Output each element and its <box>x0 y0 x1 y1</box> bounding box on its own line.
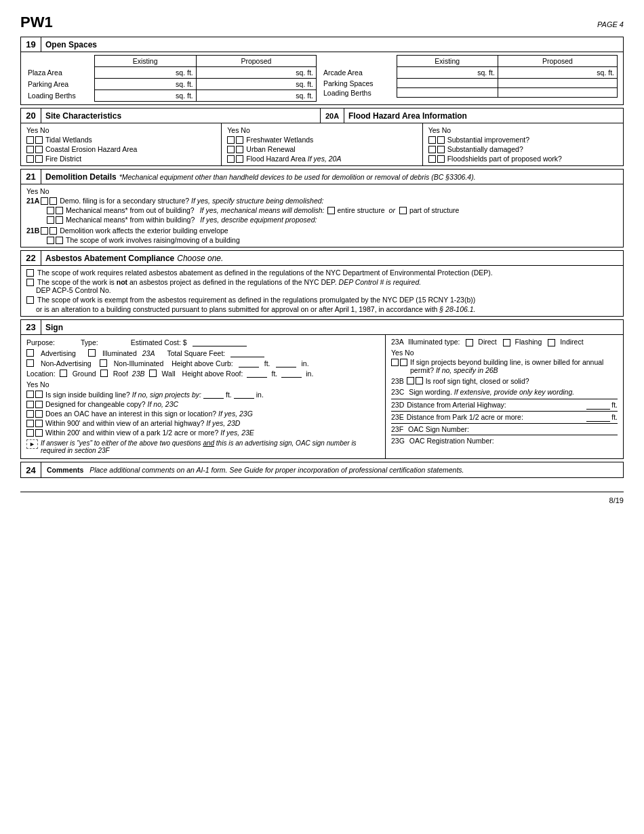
s23-estimated-input[interactable] <box>193 338 247 346</box>
s22-dep-label: DEP ACP-5 Control No. <box>36 286 111 294</box>
s23-illuminated-id: 23A <box>142 349 155 357</box>
s23-yes-no-label: Yes No <box>26 380 49 389</box>
s23-inside-yes-cb[interactable] <box>26 391 34 398</box>
s21-entire-cb[interactable] <box>327 207 335 214</box>
s23-illuminated-label: Illuminated <box>102 349 137 357</box>
s23-oac-yes-cb[interactable] <box>26 410 34 418</box>
s23-changeable-yes-cb[interactable] <box>26 401 34 408</box>
section-20a-num: 20A <box>321 108 344 123</box>
s21a-yes-cb[interactable] <box>41 197 48 205</box>
s23-inside-ft-input[interactable] <box>203 390 224 399</box>
s20-coastal-label: Coastal Erosion Hazard Area <box>45 145 137 153</box>
s19-right-existing-header: Existing <box>397 56 498 67</box>
s23-changeable-no-cb[interactable] <box>35 401 43 408</box>
s20-urban-no-cb[interactable] <box>236 146 243 153</box>
s23-roof-ft-input[interactable] <box>247 369 267 378</box>
s21-mech-in-yes-cb[interactable] <box>47 216 54 224</box>
section-20a-title: Flood Hazard Area Information <box>344 108 623 123</box>
s20-fresh-label: Freshwater Wetlands <box>246 136 313 144</box>
s21-mech-in-no-cb[interactable] <box>56 216 63 224</box>
s20-fresh-no-cb[interactable] <box>236 136 243 144</box>
s23-wall-cb[interactable] <box>149 370 157 377</box>
s23-non-advertising-cb[interactable] <box>26 359 34 367</box>
s23-inside-in-label: in. <box>256 391 264 399</box>
s20a-substantial-no-cb[interactable] <box>437 136 445 144</box>
s19-plaza-existing: sq. ft. <box>94 67 196 79</box>
s20-tidal-yes-cb[interactable] <box>26 136 34 144</box>
s21b-id: 21B <box>26 226 39 235</box>
s23-non-illuminated-cb[interactable] <box>100 359 107 367</box>
s20-coastal-no-cb[interactable] <box>35 146 43 153</box>
page-header: PW1 PAGE 4 <box>20 14 624 31</box>
s23-inside-in-input[interactable] <box>234 390 254 399</box>
s23-inside-no-cb[interactable] <box>35 391 43 398</box>
s23-oac-no-cb[interactable] <box>35 410 43 418</box>
s20a-damaged-yes-cb[interactable] <box>428 146 436 153</box>
s20a-damaged-no-cb[interactable] <box>437 146 445 153</box>
s21-title-note: *Mechanical equipment other than handhel… <box>119 173 476 181</box>
s23-type-label: Type: <box>81 338 98 346</box>
section-24: 24 Comments Place additional comments on… <box>20 462 624 478</box>
s20-urban-yes-cb[interactable] <box>227 146 235 153</box>
s21b-no-cb[interactable] <box>49 227 57 235</box>
s20a-yes-no-label: Yes No <box>428 126 451 134</box>
s23-roof-ft-label: ft. <box>271 370 277 378</box>
s23-arterial-yes-cb[interactable] <box>26 420 34 427</box>
s22-item2-cb[interactable] <box>26 279 34 286</box>
s23b-yes-cb[interactable] <box>407 377 414 384</box>
s23-ground-cb[interactable] <box>60 370 67 377</box>
s23e-input[interactable] <box>586 413 610 422</box>
s23-arterial-no-cb[interactable] <box>35 420 43 427</box>
s23-illuminated-cb[interactable] <box>88 349 96 357</box>
s20-tidal-no-cb[interactable] <box>35 136 43 144</box>
s20-fire-no-cb[interactable] <box>35 155 43 163</box>
s21b-yes-cb[interactable] <box>41 227 48 235</box>
s21-yes-no-label: Yes No <box>26 187 49 195</box>
s19-parkingspaces-proposed <box>498 79 617 88</box>
s23-changeable-label: Designed for changeable copy? If no, 23C <box>45 400 178 408</box>
s20a-floodshields-no-cb[interactable] <box>437 155 445 163</box>
s20-fire-yes-cb[interactable] <box>26 155 34 163</box>
s20-fresh-yes-cb[interactable] <box>227 136 235 144</box>
s23-indirect-cb[interactable] <box>548 339 555 346</box>
section-21: 21 Demolition Details *Mechanical equipm… <box>20 169 624 247</box>
s23a-text: Illuminated type: <box>408 338 460 346</box>
s21-scope-no-cb[interactable] <box>56 237 63 244</box>
s20-coastal-yes-cb[interactable] <box>26 146 34 153</box>
s23-flashing-cb[interactable] <box>503 339 510 346</box>
s23-direct-cb[interactable] <box>466 339 473 346</box>
s21-mech-out-yes-cb[interactable] <box>47 207 54 214</box>
s20-fire-label: Fire District <box>45 155 81 163</box>
s20-flood-no-cb[interactable] <box>236 155 243 163</box>
s19-loading-left-existing: sq. ft. <box>94 90 196 102</box>
s23b-no-cb[interactable] <box>416 377 423 384</box>
s20a-floodshields-yes-cb[interactable] <box>428 155 436 163</box>
s20-flood-yes-cb[interactable] <box>227 155 235 163</box>
s23f-label: 23F <box>391 425 403 433</box>
s22-title-text: Asbestos Abatement Compliance <box>45 254 174 263</box>
s22-item1-cb[interactable] <box>26 269 34 277</box>
s23-advertising-cb[interactable] <box>26 349 34 357</box>
s22-item3-label: The scope of work is exempt from the asb… <box>37 296 475 304</box>
section-19: 19 Open Spaces Existing Proposed Plaza A… <box>20 37 624 105</box>
s23a-billed-yes-cb[interactable] <box>391 359 399 366</box>
s23-curb-ft-input[interactable] <box>239 359 259 368</box>
s22-item3-cb[interactable] <box>26 296 34 304</box>
s23c-label: 23C <box>391 388 404 396</box>
s23a-billed-no-cb[interactable] <box>400 359 407 366</box>
s19-loading-left-label: Loading Berths <box>26 90 94 102</box>
s20a-substantial-label: Substantial improvement? <box>447 136 529 144</box>
s23-roof-cb[interactable] <box>100 370 108 377</box>
s21a-no-cb[interactable] <box>49 197 57 205</box>
s23-park-no-cb[interactable] <box>35 429 43 437</box>
s23-park-yes-cb[interactable] <box>26 429 34 437</box>
s23d-input[interactable] <box>586 401 610 410</box>
s19-loading-right-label: Loading Berths <box>322 88 397 98</box>
s23-total-sq-input[interactable] <box>230 349 264 357</box>
s23-roof-in-input[interactable] <box>281 369 302 378</box>
s21-part-cb[interactable] <box>399 207 407 214</box>
s21-scope-yes-cb[interactable] <box>47 237 54 244</box>
s23-curb-in-input[interactable] <box>276 359 296 368</box>
s21-mech-out-no-cb[interactable] <box>56 207 63 214</box>
s20a-substantial-yes-cb[interactable] <box>428 136 436 144</box>
